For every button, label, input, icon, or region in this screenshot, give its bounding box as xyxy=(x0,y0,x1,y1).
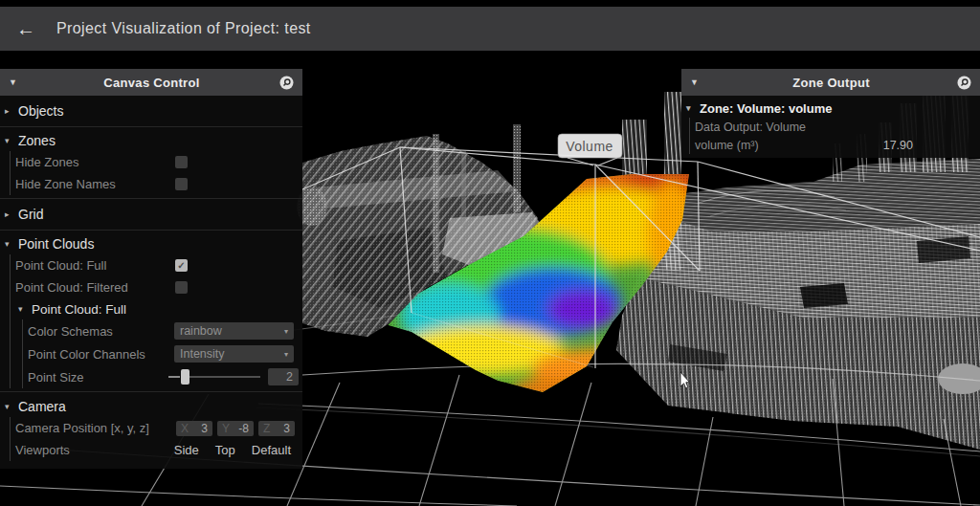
camera-z-input[interactable]: Z 3 xyxy=(258,421,295,436)
hide-zone-names-checkbox[interactable] xyxy=(175,178,188,190)
divider xyxy=(0,198,302,199)
data-output-row: Data Output: Volume xyxy=(695,118,980,136)
chevron-down-icon: ▾ xyxy=(18,304,28,314)
color-schemas-row: Color Schemas rainbow ▾ xyxy=(28,319,302,342)
section-objects-label: Objects xyxy=(18,103,63,119)
app-header: ← Project Visualization of Project: test xyxy=(0,7,980,51)
point-cloud-full-label: Point Cloud: Full xyxy=(15,258,106,273)
point-size-label: Point Size xyxy=(28,370,84,385)
zone-output-header: ▼ Zone Output xyxy=(681,69,980,96)
point-color-channels-row: Point Color Channels Intensity ▾ xyxy=(28,342,302,365)
point-size-slider[interactable]: 2 xyxy=(168,368,299,385)
section-point-clouds[interactable]: ▾ Point Clouds xyxy=(0,233,302,254)
point-size-row: Point Size 2 xyxy=(28,365,302,388)
viewport-side-button[interactable]: Side xyxy=(174,443,199,457)
chevron-down-icon: ▾ xyxy=(5,402,14,411)
color-schemas-value: rainbow xyxy=(180,324,222,338)
hide-zones-label: Hide Zones xyxy=(15,155,78,169)
point-clouds-items: Point Cloud: Full Point Cloud: Filtered … xyxy=(10,254,302,388)
hide-zones-checkbox[interactable] xyxy=(175,156,188,168)
slider-handle[interactable] xyxy=(181,369,189,385)
data-output-label: Data Output: Volume xyxy=(695,121,806,134)
section-point-clouds-label: Point Clouds xyxy=(18,236,94,252)
chevron-down-icon: ▾ xyxy=(5,136,14,145)
point-cloud-full-row: Point Cloud: Full xyxy=(15,254,302,276)
x-prefix: X xyxy=(181,422,189,435)
zone-volume-section[interactable]: ▾ Zone: Volume: volume xyxy=(681,99,980,118)
point-cloud-full-settings: Color Schemas rainbow ▾ Point Color Chan… xyxy=(22,319,302,388)
zone-label-text: Volume xyxy=(566,139,613,154)
section-zones-label: Zones xyxy=(18,133,56,148)
canvas-control-title: Canvas Control xyxy=(24,76,279,90)
camera-x-input[interactable]: X 3 xyxy=(176,421,212,436)
chevron-right-icon: ▸ xyxy=(5,209,14,219)
viewports-row: Viewports Side Top Default xyxy=(15,439,302,461)
point-cloud-filtered-row: Point Cloud: Filtered xyxy=(15,276,302,298)
camera-y-value: -8 xyxy=(238,422,249,435)
viewport-top-button[interactable]: Top xyxy=(215,443,235,457)
point-cloud-filtered-label: Point Cloud: Filtered xyxy=(15,280,128,295)
zone-volume-details: Data Output: Volume volume (m³) 17.90 xyxy=(689,118,980,154)
color-schemas-select[interactable]: rainbow ▾ xyxy=(174,322,294,340)
volume-metric-label: volume (m³) xyxy=(695,139,759,152)
section-objects[interactable]: ▸ Objects xyxy=(0,99,302,123)
camera-items: Camera Position [x, y, z] X 3 Y -8 Z 3 xyxy=(10,417,302,461)
collapse-panel-icon[interactable]: ▼ xyxy=(9,77,24,87)
y-prefix: Y xyxy=(222,422,230,435)
page-title: Project Visualization of Project: test xyxy=(56,20,311,37)
z-prefix: Z xyxy=(263,422,270,435)
divider xyxy=(0,391,302,392)
viewport-default-button[interactable]: Default xyxy=(252,443,291,457)
hide-zone-names-label: Hide Zone Names xyxy=(15,177,116,191)
camera-position-inputs: X 3 Y -8 Z 3 xyxy=(171,421,295,436)
chevron-down-icon: ▾ xyxy=(5,239,14,249)
viewports-label: Viewports xyxy=(15,443,70,457)
color-schemas-label: Color Schemas xyxy=(28,324,113,339)
zones-items: Hide Zones Hide Zone Names xyxy=(10,151,302,195)
camera-z-value: 3 xyxy=(283,422,290,435)
camera-x-value: 3 xyxy=(201,422,208,435)
collapse-panel-icon[interactable]: ▼ xyxy=(690,77,705,87)
section-zones[interactable]: ▾ Zones xyxy=(0,130,302,151)
subsection-point-cloud-full-label: Point Cloud: Full xyxy=(32,302,126,317)
subsection-point-cloud-full[interactable]: ▾ Point Cloud: Full xyxy=(15,298,302,319)
slider-track-start xyxy=(168,376,180,378)
chevron-down-icon: ▾ xyxy=(284,350,288,359)
chevron-right-icon: ▸ xyxy=(5,106,14,116)
point-cloud-full-checkbox[interactable] xyxy=(175,259,188,272)
chevron-down-icon: ▾ xyxy=(686,103,696,113)
point-cloud-filtered-checkbox[interactable] xyxy=(175,281,188,294)
divider xyxy=(0,126,302,127)
section-grid[interactable]: ▸ Grid xyxy=(0,202,302,227)
zone-output-panel: ▼ Zone Output ▾ Zone: Volume: volume Dat… xyxy=(681,69,980,158)
section-grid-label: Grid xyxy=(18,207,43,222)
viewport-buttons: Side Top Default xyxy=(174,443,291,457)
point-color-channels-label: Point Color Channels xyxy=(28,347,145,362)
section-camera-label: Camera xyxy=(18,399,66,414)
camera-y-input[interactable]: Y -8 xyxy=(217,421,254,436)
point-size-value[interactable]: 2 xyxy=(268,368,299,385)
point-color-channels-value: Intensity xyxy=(180,347,225,361)
canvas-control-header: ▼ Canvas Control xyxy=(0,69,302,96)
camera-position-label: Camera Position [x, y, z] xyxy=(15,421,149,435)
camera-position-row: Camera Position [x, y, z] X 3 Y -8 Z 3 xyxy=(15,417,302,439)
focus-search-icon[interactable] xyxy=(957,76,971,90)
hide-zone-names-row: Hide Zone Names xyxy=(15,173,302,195)
divider xyxy=(0,230,302,231)
volume-metric-value: 17.90 xyxy=(883,139,913,152)
chevron-down-icon: ▾ xyxy=(284,327,288,336)
zone-volume-title: Zone: Volume: volume xyxy=(700,101,832,116)
section-camera[interactable]: ▾ Camera xyxy=(0,396,302,417)
zone-label: Volume xyxy=(558,134,622,158)
zone-output-title: Zone Output xyxy=(705,76,957,90)
canvas-control-panel: ▼ Canvas Control ▸ Objects ▾ Zones Hide … xyxy=(0,69,302,469)
hide-zones-row: Hide Zones xyxy=(15,151,302,173)
volume-metric-row: volume (m³) 17.90 xyxy=(695,136,980,154)
focus-search-icon[interactable] xyxy=(279,76,294,90)
slider-track xyxy=(189,376,260,378)
back-button[interactable]: ← xyxy=(16,19,35,38)
point-color-channels-select[interactable]: Intensity ▾ xyxy=(174,345,294,363)
